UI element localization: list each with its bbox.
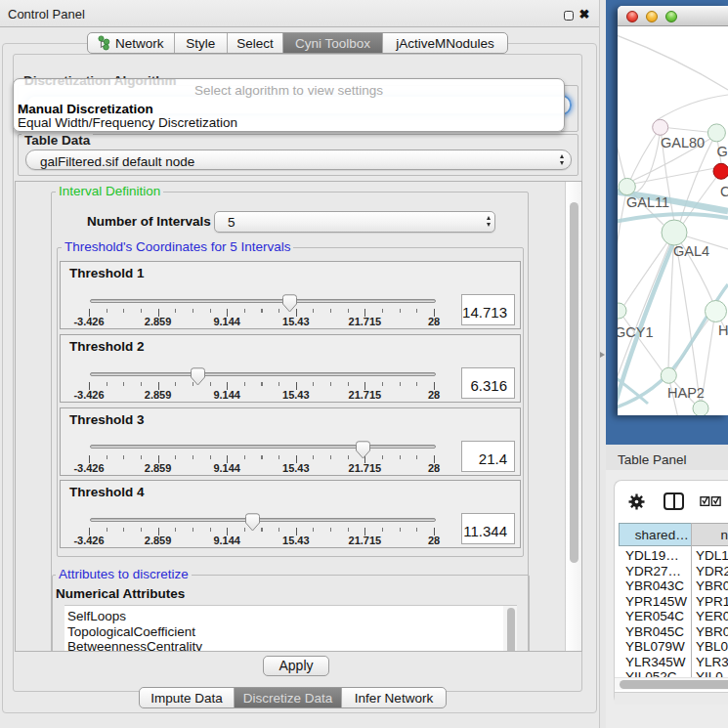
svg-text:G.: G. — [717, 144, 728, 159]
svg-text:C: C — [720, 184, 728, 199]
svg-text:GAL11: GAL11 — [626, 194, 669, 210]
svg-text:H: H — [718, 322, 728, 338]
svg-text:GAL4: GAL4 — [673, 243, 709, 259]
svg-text:HAP2: HAP2 — [667, 385, 705, 401]
svg-text:GCY1: GCY1 — [618, 324, 654, 340]
svg-text:GAL80: GAL80 — [661, 135, 705, 150]
